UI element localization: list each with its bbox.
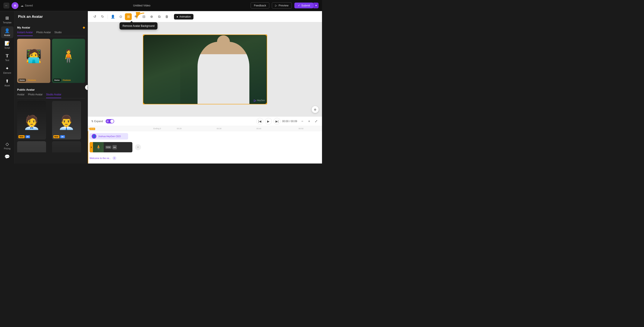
remove-bg-button[interactable]: ⊞ <box>125 13 132 20</box>
preview-button[interactable]: ▷ Preview <box>272 2 292 8</box>
pricing-icon: ◇ <box>6 142 9 146</box>
ruler-mark-30: 00:30 <box>216 128 222 130</box>
zoom-indicator[interactable]: ⊕ <box>312 106 318 113</box>
public-avatar-card-3[interactable]: 🧑 New 4K <box>17 141 46 152</box>
add-text-button[interactable]: + <box>112 156 116 160</box>
zoom-in-button[interactable]: + <box>306 119 312 124</box>
add-scene-row: + <box>132 144 141 150</box>
video-clip-number: 1 <box>90 142 93 152</box>
submit-button[interactable]: ✓ Submit <box>294 2 314 8</box>
public-avatar-title: Public Avatar <box>17 88 85 91</box>
submit-group: ✓ Submit ▾ <box>294 2 318 8</box>
video-thumb-icon: 🧍 <box>96 145 101 150</box>
avatar-clip[interactable]: 👤 Joshua HeyGen CEO <box>90 133 128 140</box>
sidebar-item-script[interactable]: 📝 Script <box>1 39 14 51</box>
back-icon: ← <box>5 4 8 7</box>
video-person-container <box>143 35 267 104</box>
animation-button[interactable]: ● Animation <box>174 14 194 20</box>
skip-back-button[interactable]: |◀ <box>256 118 263 125</box>
fullscreen-button[interactable]: ⤢ <box>314 119 318 124</box>
timeline-toggle[interactable]: ⊞ <box>106 119 114 124</box>
logo-icon: H <box>12 2 18 9</box>
my-avatar-badges-2: Demo Finetune <box>53 79 72 82</box>
sidebar-item-asset[interactable]: ⬆ Asset <box>1 77 14 88</box>
submit-dropdown-button[interactable]: ▾ <box>314 2 318 8</box>
template-icon: ⊞ <box>5 16 9 20</box>
timeline-controls: ⇅ Expand ⊞ |◀ ▶ ▶| <box>88 116 322 126</box>
align-icon: ⊟ <box>142 14 145 19</box>
badge-4k-1: 4K <box>26 135 30 138</box>
video-frame[interactable]: ▷ HeyGen <box>143 34 267 104</box>
asset-icon: ⬆ <box>5 78 9 84</box>
delete-tool-button[interactable]: 🗑 <box>164 13 170 20</box>
zoom-icon: ⊕ <box>314 108 316 111</box>
redo-button[interactable]: ↻ <box>99 13 106 20</box>
tab-photo-avatar-pub[interactable]: Photo Avatar <box>28 93 43 98</box>
public-avatar-section: Public Avatar Avatar Photo Avatar Studio… <box>14 86 88 98</box>
ruler-mark-40: 00:40 <box>256 128 261 130</box>
play-icon: ▶ <box>267 120 270 123</box>
copy-tool-button[interactable]: ⧉ <box>156 13 162 20</box>
feedback-button[interactable]: Feedback <box>251 2 269 8</box>
public-avatar-card-1[interactable]: 🧑‍💼 New 4K <box>17 101 46 140</box>
video-clip[interactable]: 1 🧍 9.2s ••• <box>90 142 132 152</box>
toolbar-divider-1 <box>108 14 108 19</box>
badge-4k-2: 4K <box>60 135 65 138</box>
tab-photo-avatar[interactable]: Photo Avatar <box>36 31 51 36</box>
circle-person-button[interactable]: ⊙ <box>117 13 124 20</box>
topbar-center: Untitled Video <box>35 4 248 7</box>
timeline-playhead[interactable] <box>88 131 88 164</box>
sidebar-item-pricing[interactable]: ◇ Pricing <box>1 140 14 152</box>
avatar-label: Avatar <box>4 34 10 36</box>
saved-status: ☁ Saved <box>20 4 33 7</box>
sidebar-item-element[interactable]: ✦ Element <box>1 64 14 76</box>
topbar-right: Feedback ▷ Preview ✓ Submit ▾ <box>251 2 318 8</box>
my-avatar-card-1[interactable]: 🧑‍💻 Demo Finetune <box>17 39 50 83</box>
template-label: Template <box>3 22 12 24</box>
skip-forward-button[interactable]: ▶| <box>274 118 280 125</box>
sidebar-scroll: Pick an Avatar My Avatar ◆ Instant Avata… <box>14 11 88 152</box>
video-menu-button[interactable]: ••• <box>112 145 117 149</box>
tab-studio[interactable]: Studio <box>54 31 62 36</box>
corner-handle-tl[interactable] <box>143 34 144 36</box>
script-label: Script <box>4 47 10 49</box>
my-avatar-card-2[interactable]: 🧍 Demo Finetune <box>52 39 85 83</box>
chat-icon: 💬 <box>4 154 10 159</box>
heygen-watermark: ▷ HeyGen <box>254 99 265 102</box>
sidebar-title: Pick an Avatar <box>18 14 84 19</box>
public-avatar-card-4[interactable]: 👔 New 4K <box>52 141 81 152</box>
layers-tool-button[interactable]: ⊕ <box>148 13 155 20</box>
expand-button[interactable]: ⇅ Expand <box>91 120 103 123</box>
check-icon: ✓ <box>298 4 300 7</box>
text-label: Text <box>5 59 9 62</box>
person-tool-icon: 👤 <box>111 14 115 19</box>
left-nav: ⊞ Template 👤 Avatar 📝 Script T Text ✦ El… <box>0 11 14 164</box>
back-button[interactable]: ← <box>4 2 10 8</box>
sidebar-item-avatar[interactable]: 👤 Avatar <box>1 26 14 38</box>
align-tool-button[interactable]: ⊟ <box>140 13 147 20</box>
tab-avatar[interactable]: Avatar <box>17 93 24 98</box>
skip-back-icon: |◀ <box>258 120 262 123</box>
corner-handle-tr[interactable] <box>266 34 267 36</box>
sidebar-item-template[interactable]: ⊞ Template <box>1 14 14 26</box>
tab-studio-avatar[interactable]: Studio Avatar <box>46 93 61 98</box>
tab-instant-avatar[interactable]: Instant Avatar <box>17 31 33 36</box>
add-scene-button[interactable]: + <box>135 144 141 150</box>
corner-handle-bl[interactable] <box>143 103 144 104</box>
sidebar-item-chat[interactable]: 💬 <box>1 152 14 161</box>
eye-tool-button[interactable]: 👁 <box>132 13 140 20</box>
sparkle-icon: ● <box>176 15 178 18</box>
sidebar-item-text[interactable]: T Text <box>1 52 14 63</box>
play-pause-button[interactable]: ▶ <box>265 118 272 125</box>
video-thumb: 🧍 <box>93 142 104 152</box>
undo-icon: ↺ <box>94 14 96 19</box>
person-tool-button[interactable]: 👤 <box>110 13 116 20</box>
corner-handle-br[interactable] <box>266 103 267 104</box>
text-clip[interactable]: Welcome to the ne... + <box>90 155 116 161</box>
public-avatar-grid: 🧑‍💼 New 4K 👨‍💼 New 4K 🧑 <box>14 101 88 152</box>
undo-button[interactable]: ↺ <box>91 13 98 20</box>
public-avatar-card-2[interactable]: 👨‍💼 New 4K <box>52 101 81 140</box>
video-info: 9.2s ••• <box>104 145 118 149</box>
video-track: 1 🧍 9.2s ••• + <box>90 142 320 153</box>
zoom-out-button[interactable]: − <box>300 119 305 124</box>
